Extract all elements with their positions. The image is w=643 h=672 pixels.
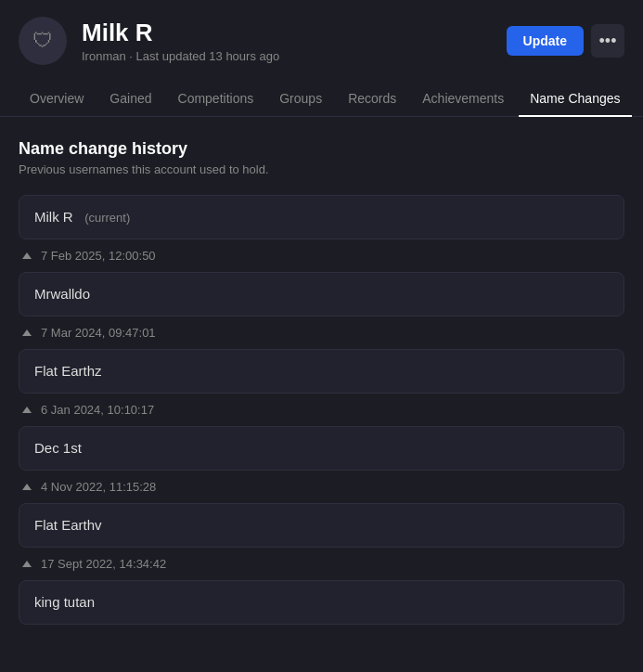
name-card: Milk R (current) — [19, 195, 624, 239]
nav-tabs: Overview Gained Competitions Groups Reco… — [0, 82, 643, 117]
name-card: Dec 1st — [19, 426, 624, 471]
tab-name-changes[interactable]: Name Changes — [519, 82, 631, 117]
tab-overview[interactable]: Overview — [19, 82, 95, 117]
arrow-up-icon — [22, 561, 32, 567]
name-value: Milk R — [34, 209, 73, 225]
timestamp-value: 4 Nov 2022, 11:15:28 — [41, 480, 156, 494]
name-card: king tutan — [19, 580, 624, 625]
name-history-list: Milk R (current) 7 Feb 2025, 12:00:50 Mr… — [19, 195, 624, 625]
header-info: Milk R Ironman · Last updated 13 hours a… — [82, 19, 492, 63]
player-subtitle: Ironman · Last updated 13 hours ago — [82, 49, 492, 63]
tab-groups[interactable]: Groups — [268, 82, 333, 117]
timestamp-value: 6 Jan 2024, 10:10:17 — [41, 403, 154, 417]
list-item: king tutan — [19, 580, 624, 625]
list-item: Milk R (current) 7 Feb 2025, 12:00:50 — [19, 195, 624, 272]
name-card: Flat Earthz — [19, 349, 624, 394]
main-content: Name change history Previous usernames t… — [0, 117, 643, 647]
tab-achievements[interactable]: Achievements — [411, 82, 515, 117]
list-item: Flat Earthv 17 Sept 2022, 14:34:42 — [19, 503, 624, 580]
name-value: Mrwalldo — [34, 286, 90, 302]
name-card: Flat Earthv — [19, 503, 624, 548]
header: 🛡 Milk R Ironman · Last updated 13 hours… — [0, 0, 643, 82]
timestamp-row: 7 Feb 2025, 12:00:50 — [19, 239, 624, 272]
app-container: 🛡 Milk R Ironman · Last updated 13 hours… — [0, 0, 643, 672]
tab-gained[interactable]: Gained — [98, 82, 162, 117]
arrow-up-icon — [22, 484, 32, 490]
name-card: Mrwalldo — [19, 272, 624, 317]
list-item: Dec 1st 4 Nov 2022, 11:15:28 — [19, 426, 624, 503]
arrow-up-icon — [22, 330, 32, 336]
name-badge: (current) — [84, 211, 130, 225]
avatar: 🛡 — [19, 17, 67, 65]
timestamp-value: 7 Feb 2025, 12:00:50 — [41, 249, 156, 263]
section-title: Name change history — [19, 139, 624, 159]
section-subtitle: Previous usernames this account used to … — [19, 162, 624, 176]
tab-records[interactable]: Records — [337, 82, 407, 117]
arrow-up-icon — [22, 407, 32, 413]
more-icon: ••• — [599, 32, 617, 51]
more-button[interactable]: ••• — [591, 24, 624, 58]
name-value: Flat Earthv — [34, 517, 102, 533]
timestamp-row: 17 Sept 2022, 14:34:42 — [19, 548, 624, 580]
timestamp-row: 4 Nov 2022, 11:15:28 — [19, 471, 624, 503]
timestamp-value: 7 Mar 2024, 09:47:01 — [41, 326, 156, 340]
avatar-icon: 🛡 — [32, 29, 53, 53]
header-actions: Update ••• — [507, 24, 624, 58]
arrow-up-icon — [22, 252, 32, 259]
list-item: Flat Earthz 6 Jan 2024, 10:10:17 — [19, 349, 624, 426]
list-item: Mrwalldo 7 Mar 2024, 09:47:01 — [19, 272, 624, 349]
tab-competitions[interactable]: Competitions — [167, 82, 265, 117]
timestamp-value: 17 Sept 2022, 14:34:42 — [41, 557, 166, 571]
name-value: king tutan — [34, 594, 95, 610]
timestamp-row: 6 Jan 2024, 10:10:17 — [19, 394, 624, 426]
update-button[interactable]: Update — [507, 26, 584, 56]
player-name: Milk R — [82, 19, 492, 47]
name-value: Flat Earthz — [34, 363, 102, 379]
timestamp-row: 7 Mar 2024, 09:47:01 — [19, 317, 624, 349]
name-value: Dec 1st — [34, 440, 82, 456]
